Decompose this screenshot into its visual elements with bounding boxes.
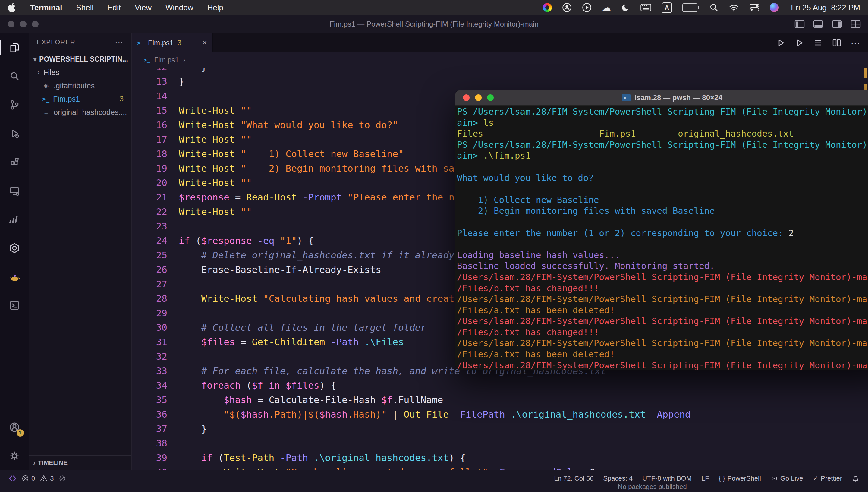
status-misc-icon[interactable]: [59, 475, 66, 482]
cursor-position[interactable]: Ln 72, Col 56: [554, 474, 594, 482]
line-number[interactable]: 27: [132, 277, 167, 291]
notifications-bell-icon[interactable]: [852, 474, 860, 482]
terminal-title-bar[interactable]: >_ lsam.28 — pwsh — 80×24: [455, 90, 868, 105]
wifi-icon[interactable]: [729, 3, 739, 12]
menu-help[interactable]: Help: [207, 3, 223, 13]
breadcrumb-symbol[interactable]: …: [189, 56, 197, 64]
user-circle-icon[interactable]: [562, 3, 572, 13]
code-line[interactable]: 12 }: [132, 68, 868, 74]
line-number[interactable]: 28: [132, 291, 167, 306]
close-window-button[interactable]: [463, 94, 469, 101]
code-line[interactable]: 40 Write-Host "New baseline created succ…: [132, 465, 868, 470]
line-number[interactable]: 22: [132, 204, 167, 219]
code-line[interactable]: 34 foreach ($f in $files) {: [132, 378, 868, 393]
explorer-more-icon[interactable]: ⋯: [115, 38, 124, 47]
breadcrumb-file[interactable]: Fim.ps1: [154, 56, 179, 64]
activity-genie[interactable]: [0, 262, 29, 291]
activity-extensions[interactable]: [0, 148, 29, 176]
line-number[interactable]: 21: [132, 190, 167, 204]
vscode-title-bar[interactable]: Fim.ps1 — PowerShell Scripting-FIM (File…: [0, 15, 868, 33]
line-number[interactable]: 19: [132, 161, 167, 175]
eol-sequence[interactable]: LF: [701, 474, 709, 482]
run-icon[interactable]: [776, 38, 785, 48]
apple-menu-icon[interactable]: [8, 3, 16, 12]
line-number[interactable]: 38: [132, 436, 167, 450]
notification-toast[interactable]: No packages published: [618, 483, 687, 491]
close-window-button[interactable]: [8, 21, 15, 27]
menu-view[interactable]: View: [135, 3, 152, 13]
line-number[interactable]: 39: [132, 450, 167, 465]
line-number[interactable]: 20: [132, 175, 167, 190]
close-tab-icon[interactable]: ×: [202, 38, 207, 48]
keyboard-icon[interactable]: [640, 4, 651, 11]
line-number[interactable]: 32: [132, 349, 167, 364]
activity-remote-explorer[interactable]: [0, 176, 29, 205]
activity-metrics[interactable]: [0, 205, 29, 233]
line-number[interactable]: 29: [132, 306, 167, 320]
line-number[interactable]: 30: [132, 320, 167, 335]
cloud-icon[interactable]: ☁: [602, 3, 611, 12]
code-line[interactable]: 37 }: [132, 421, 868, 436]
line-number[interactable]: 16: [132, 118, 167, 132]
line-number[interactable]: 25: [132, 248, 167, 262]
sidebar-item-files[interactable]: › Files: [29, 66, 131, 79]
timeline-section[interactable]: › TIMELINE: [29, 455, 131, 470]
go-live-button[interactable]: Go Live: [771, 474, 803, 482]
code-line[interactable]: 39 if (Test-Path -Path .\original_hashco…: [132, 450, 868, 465]
terminal-body[interactable]: PS /Users/lsam.28/FIM-System/PowerShell …: [455, 105, 868, 371]
prettier-status[interactable]: ✓ Prettier: [813, 474, 842, 482]
remote-indicator-icon[interactable]: [8, 474, 17, 483]
language-mode[interactable]: { } PowerShell: [719, 474, 761, 482]
line-number[interactable]: 13: [132, 74, 167, 89]
menu-bar-clock[interactable]: Fri 25 Aug 8:22 PM: [791, 3, 860, 13]
toggle-sidebar-icon[interactable]: [794, 20, 805, 28]
code-line[interactable]: 36 "$($hash.Path)|$($hash.Hash)" | Out-F…: [132, 407, 868, 421]
line-number[interactable]: 34: [132, 378, 167, 393]
problems-errors[interactable]: 0: [22, 474, 35, 482]
tab-fim-ps1[interactable]: >_ Fim.ps1 3 ×: [132, 33, 213, 52]
sidebar-item-original-hashcodes[interactable]: ≡ original_hashcodes....: [29, 105, 131, 119]
minimize-window-button[interactable]: [475, 94, 482, 101]
activity-search[interactable]: [0, 62, 29, 91]
menu-edit[interactable]: Edit: [107, 3, 121, 13]
zoom-window-button[interactable]: [487, 94, 494, 101]
line-number[interactable]: 12: [132, 68, 167, 74]
customize-layout-icon[interactable]: [850, 20, 861, 28]
workspace-root[interactable]: ▾ POWERSHELL SCRIPTIN...: [29, 52, 131, 66]
zoom-window-button[interactable]: [32, 21, 39, 27]
minimize-window-button[interactable]: [20, 21, 27, 27]
encoding[interactable]: UTF-8 with BOM: [642, 474, 692, 482]
code-line[interactable]: 35 $hash = Calculate-File-Hash $f.FullNa…: [132, 393, 868, 407]
line-number[interactable]: 33: [132, 364, 167, 378]
activity-chatgpt[interactable]: [0, 233, 29, 262]
activity-settings[interactable]: [0, 441, 29, 470]
problems-warnings[interactable]: 3: [40, 474, 54, 482]
spotlight-search-icon[interactable]: [710, 3, 718, 12]
sidebar-item-gitattributes[interactable]: ◈ .gitattributes: [29, 79, 131, 92]
sidebar-item-fim-ps1[interactable]: >_ Fim.ps1 3: [29, 92, 131, 105]
line-number[interactable]: 15: [132, 103, 167, 118]
activity-source-control[interactable]: [0, 91, 29, 119]
line-number[interactable]: 37: [132, 421, 167, 436]
menu-shell[interactable]: Shell: [76, 3, 94, 13]
battery-icon[interactable]: [682, 3, 699, 12]
activity-explorer[interactable]: [0, 33, 29, 62]
menu-window[interactable]: Window: [165, 3, 193, 13]
toggle-secondary-sidebar-icon[interactable]: [832, 20, 842, 28]
play-circle-icon[interactable]: [582, 3, 592, 13]
input-source-icon[interactable]: A: [662, 2, 672, 13]
activity-terminal[interactable]: [0, 291, 29, 320]
activity-accounts[interactable]: 1: [0, 413, 29, 441]
control-center-icon[interactable]: [749, 3, 760, 12]
activity-run-debug[interactable]: [0, 119, 29, 148]
toggle-panel-icon[interactable]: [813, 20, 823, 28]
code-line[interactable]: 38: [132, 436, 868, 450]
line-number[interactable]: 36: [132, 407, 167, 421]
indentation[interactable]: Spaces: 4: [603, 474, 633, 482]
line-number[interactable]: 35: [132, 393, 167, 407]
line-number[interactable]: 14: [132, 89, 167, 103]
run-debug-icon[interactable]: [794, 38, 804, 48]
line-number[interactable]: 31: [132, 335, 167, 349]
run-settings-icon[interactable]: [813, 38, 823, 48]
line-number[interactable]: 24: [132, 233, 167, 248]
